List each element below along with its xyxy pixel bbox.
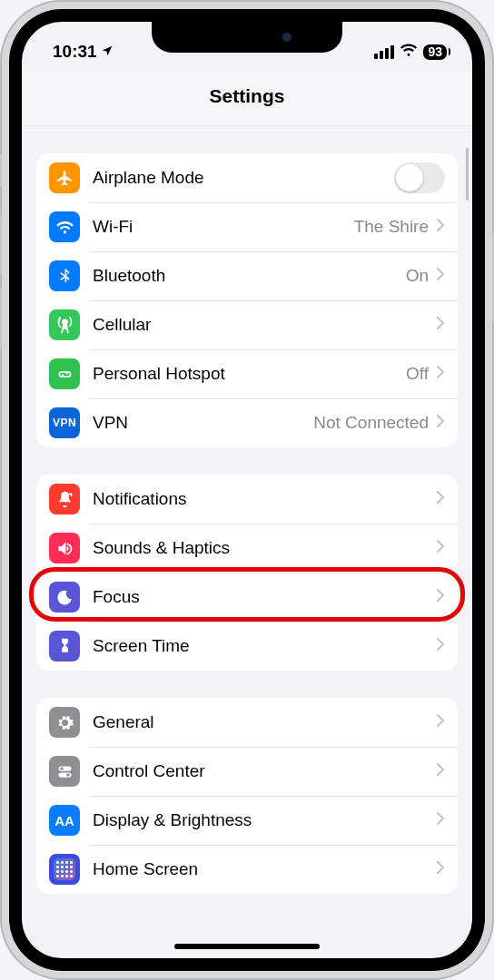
chevron-icon [436,811,445,829]
volume-down-button[interactable] [0,289,2,348]
volume-up-button[interactable] [0,214,2,274]
settings-group-alerts: Notifications Sounds & Haptics [36,475,458,671]
scroll-indicator [466,148,469,201]
row-label: Notifications [93,489,436,509]
settings-list[interactable]: Airplane Mode Wi-Fi The Shire [22,126,472,957]
home-indicator[interactable] [174,944,320,949]
row-label: Focus [93,587,436,607]
chevron-icon [436,762,445,780]
vpn-icon: VPN [49,407,80,438]
row-home-screen[interactable]: Home Screen [36,845,458,894]
chevron-icon [436,365,445,383]
row-cellular[interactable]: Cellular [36,300,458,349]
row-label: VPN [93,413,313,433]
mute-switch[interactable] [0,154,2,187]
row-value: The Shire [354,217,429,237]
chevron-icon [436,218,445,236]
row-label: Wi-Fi [93,217,354,237]
chevron-icon [436,588,445,606]
row-screen-time[interactable]: Screen Time [36,622,458,671]
row-label: Display & Brightness [93,810,436,830]
row-focus[interactable]: Focus [36,573,458,622]
row-label: Control Center [93,761,436,781]
bluetooth-icon [49,260,80,291]
row-bluetooth[interactable]: Bluetooth On [36,251,458,300]
device-frame: 10:31 93 Settings [0,0,494,980]
chevron-icon [436,490,445,508]
wifi-icon [400,41,418,64]
row-sounds-haptics[interactable]: Sounds & Haptics [36,524,458,573]
row-label: General [93,712,436,732]
chevron-icon [436,414,445,432]
row-label: Bluetooth [93,266,406,286]
row-label: Sounds & Haptics [93,538,436,558]
control-center-icon [49,756,80,787]
notifications-icon [49,484,80,514]
row-label: Airplane Mode [93,168,394,188]
row-value: On [406,266,429,286]
chevron-icon [436,316,445,334]
wifi-settings-icon [49,211,80,242]
cellular-icon [49,309,80,340]
page-title: Settings [22,73,472,126]
row-vpn[interactable]: VPN VPN Not Connected [36,398,458,447]
notch [152,22,342,53]
row-label: Personal Hotspot [93,364,406,384]
focus-icon [49,582,80,612]
home-screen-icon [49,854,80,885]
sounds-icon [49,533,80,564]
chevron-icon [436,713,445,731]
chevron-icon [436,860,445,878]
row-value: Off [406,364,429,384]
svg-point-1 [60,767,64,770]
row-control-center[interactable]: Control Center [36,747,458,796]
svg-point-3 [66,773,70,777]
airplane-icon [49,162,80,193]
device-bezel: 10:31 93 Settings [9,9,485,971]
status-time: 10:31 [53,42,97,62]
chevron-icon [436,637,445,655]
chevron-icon [436,539,445,557]
row-display-brightness[interactable]: AA Display & Brightness [36,796,458,845]
screen: 10:31 93 Settings [22,22,472,958]
cellular-signal-icon [374,45,394,59]
row-general[interactable]: General [36,698,458,747]
row-label: Cellular [93,315,436,335]
row-personal-hotspot[interactable]: Personal Hotspot Off [36,349,458,398]
row-value: Not Connected [313,413,429,433]
row-label: Home Screen [93,859,436,879]
settings-group-general: General Control Center AA [36,698,458,894]
row-label: Screen Time [93,636,436,656]
airplane-toggle[interactable] [394,162,445,193]
battery-badge: 93 [423,44,447,60]
settings-group-network: Airplane Mode Wi-Fi The Shire [36,153,458,447]
hotspot-icon [49,358,80,389]
row-wifi[interactable]: Wi-Fi The Shire [36,202,458,251]
chevron-icon [436,267,445,285]
display-icon: AA [49,805,80,836]
row-notifications[interactable]: Notifications [36,475,458,524]
location-icon [101,42,114,62]
screentime-icon [49,631,80,662]
general-icon [49,707,80,738]
row-airplane-mode[interactable]: Airplane Mode [36,153,458,202]
